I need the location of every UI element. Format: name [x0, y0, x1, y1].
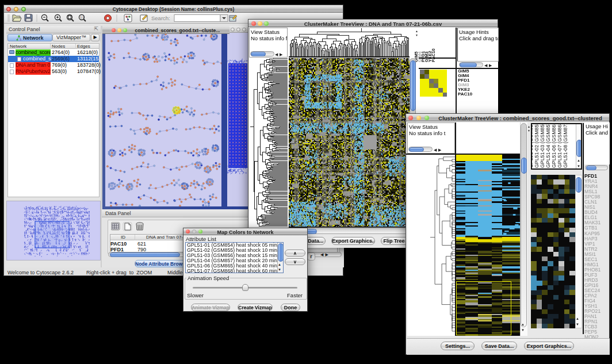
- svg-text:1:1: 1:1: [80, 16, 84, 19]
- svg-text:Search:: Search:: [151, 15, 170, 21]
